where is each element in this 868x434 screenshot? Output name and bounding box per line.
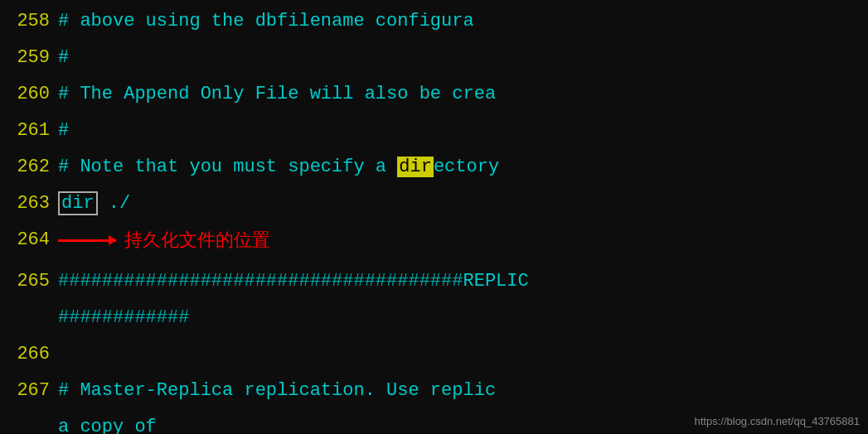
line-number-261: 261 xyxy=(0,113,58,149)
dir-highlight: dir xyxy=(397,157,434,177)
line-262-before: # Note that you must specify a xyxy=(58,157,397,177)
line-number-259: 259 xyxy=(0,40,58,76)
line-number-266: 266 xyxy=(0,336,58,373)
line-259: 259 # xyxy=(0,40,868,76)
annotation-text: 持久化文件的位置 xyxy=(124,222,270,258)
line-number-263: 263 xyxy=(0,186,58,222)
annotation-arrow: 持久化文件的位置 xyxy=(58,222,270,258)
line-258-content: # above using the dbfilename configura xyxy=(58,3,868,40)
line-number-267: 267 xyxy=(0,373,58,409)
line-260-content: # The Append Only File will also be crea xyxy=(58,76,868,113)
line-number-258: 258 xyxy=(0,3,58,40)
line-265-row1: 265 ####################################… xyxy=(0,263,868,300)
line-266: 266 xyxy=(0,336,868,373)
line-265-hashes2: ############ xyxy=(58,300,189,336)
line-263: 263 dir ./ xyxy=(0,186,868,222)
line-number-264: 264 xyxy=(0,222,58,258)
line-265-replic: REPLIC xyxy=(463,263,528,300)
line-262-content: # Note that you must specify a directory xyxy=(58,149,868,186)
line-258: 258 # above using the dbfilename configu… xyxy=(0,3,868,40)
line-263-content: dir ./ xyxy=(58,186,868,222)
dir-boxed: dir xyxy=(58,191,98,215)
line-number-265: 265 xyxy=(0,263,58,300)
line-267-row1: 267 # Master-Replica replication. Use re… xyxy=(0,373,868,409)
line-261-content: # xyxy=(58,113,868,149)
dir-path: ./ xyxy=(98,193,131,214)
line-261: 261 # xyxy=(0,113,868,149)
line-260: 260 # The Append Only File will also be … xyxy=(0,76,868,113)
line-number-262: 262 xyxy=(0,149,58,186)
watermark: https://blog.csdn.net/qq_43765881 xyxy=(695,415,861,427)
code-editor: 258 # above using the dbfilename configu… xyxy=(0,0,868,434)
line-265: 265 ####################################… xyxy=(0,263,868,336)
line-264: 264 持久化文件的位置 xyxy=(0,222,868,263)
line-259-content: # xyxy=(58,40,868,76)
line-265-row2: ############ xyxy=(0,300,868,336)
line-267-content: # Master-Replica replication. Use replic xyxy=(58,373,868,409)
line-number-260: 260 xyxy=(0,76,58,113)
arrow-line xyxy=(58,239,116,242)
line-262: 262 # Note that you must specify a direc… xyxy=(0,149,868,186)
line-262-after: ectory xyxy=(434,157,499,177)
line-265-hashes: ##################################### xyxy=(58,263,463,300)
